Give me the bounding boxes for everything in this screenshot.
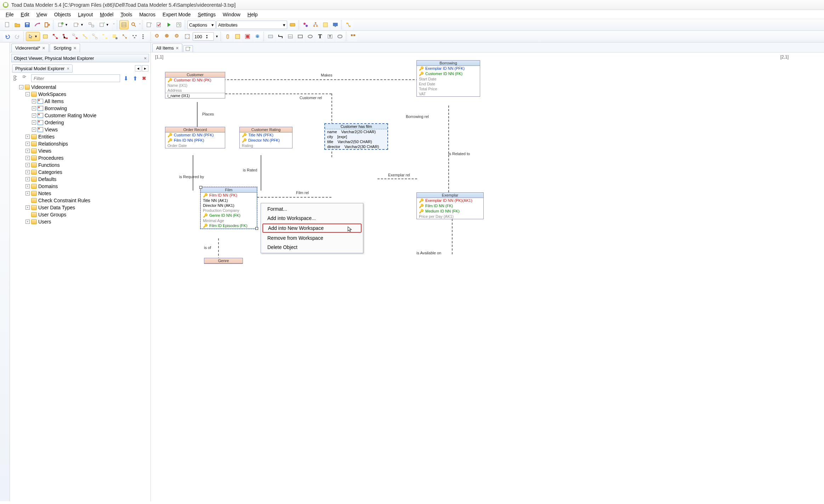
highlight-tool[interactable] — [243, 32, 252, 41]
ctx-delete-object[interactable]: Delete Object — [261, 243, 363, 252]
clear-icon[interactable]: ✖ — [141, 75, 148, 82]
tab-videorental[interactable]: Videorental*× — [11, 44, 49, 52]
hand-tool[interactable] — [223, 32, 232, 41]
v-icon-3[interactable] — [1, 64, 8, 72]
close-icon[interactable]: × — [42, 45, 45, 51]
save-button[interactable] — [23, 20, 32, 29]
menu-model[interactable]: Model — [96, 11, 117, 18]
zoom-input[interactable]: 100▲▼ — [193, 32, 214, 41]
entity-order-record[interactable]: Order Record 🔑Customer ID NN (PFK) 🔑Film… — [165, 127, 225, 148]
close-icon[interactable]: × — [176, 45, 179, 51]
fit-window-button[interactable] — [183, 32, 192, 41]
rel10-tool[interactable] — [140, 32, 149, 41]
refresh-button[interactable] — [174, 20, 183, 29]
menu-view[interactable]: View — [33, 11, 51, 18]
attributes-select[interactable]: Attributes▾ — [216, 21, 287, 29]
rel2-tool[interactable] — [61, 32, 70, 41]
entity-film[interactable]: Film 🔑Film ID NN (PK) Title NN (AK1) Dir… — [200, 187, 257, 229]
exit-button[interactable] — [42, 20, 52, 29]
diagram-icon[interactable] — [344, 20, 353, 29]
menu-expert-mode[interactable]: Expert Mode — [159, 11, 194, 18]
canvas-tab-all-items[interactable]: All Items× — [152, 44, 182, 52]
model-icon[interactable] — [301, 20, 310, 29]
ctx-remove-workspace[interactable]: Remove from Workspace — [261, 233, 363, 243]
rel6-tool[interactable] — [100, 32, 109, 41]
captions-select[interactable]: Captions▾ — [187, 21, 216, 29]
tab-physical-model-explorer[interactable]: Physical Model Explorer× — [12, 64, 73, 73]
zoom-in-button[interactable] — [173, 32, 182, 41]
zoom-fit-button[interactable] — [163, 32, 172, 41]
entity-borrowing[interactable]: Borrowing 🔑Exemplar ID NN (PFK) 🔑Custome… — [416, 60, 480, 97]
arrow-up-icon[interactable]: ⬆ — [131, 75, 138, 82]
text-tool[interactable]: T — [316, 32, 325, 41]
layers-tool[interactable] — [253, 32, 262, 41]
tree-collapse-icon[interactable] — [22, 75, 29, 82]
rel4-tool[interactable] — [80, 32, 90, 41]
ellipse-tool[interactable] — [306, 32, 315, 41]
tree-icon[interactable] — [311, 20, 320, 29]
redo-button[interactable] — [13, 32, 22, 41]
pointer-button[interactable]: ▼ — [26, 32, 40, 41]
rect-tool[interactable] — [296, 32, 305, 41]
diagram-canvas[interactable]: [1,1] [2,1] Makes Customer rel Places is… — [151, 52, 824, 501]
menu-settings[interactable]: Settings — [194, 11, 219, 18]
v-icon-1[interactable] — [1, 45, 8, 52]
entity-genre[interactable]: Genre — [204, 258, 243, 264]
select-area-tool[interactable] — [233, 32, 242, 41]
rel5-tool[interactable] — [90, 32, 100, 41]
rel7-tool[interactable] — [110, 32, 119, 41]
keyboard-button[interactable] — [288, 20, 297, 29]
add-tab-button[interactable]: + — [183, 45, 193, 52]
menu-help[interactable]: Help — [244, 11, 261, 18]
menu-objects[interactable]: Objects — [51, 11, 74, 18]
run-button[interactable] — [164, 20, 174, 29]
connection-button[interactable] — [33, 20, 42, 29]
stamp-tool[interactable] — [266, 32, 275, 41]
image-tool[interactable]: IMG — [286, 32, 295, 41]
rel3-tool[interactable] — [70, 32, 80, 41]
textbox-tool[interactable]: T — [325, 32, 335, 41]
zoom-out-button[interactable] — [153, 32, 162, 41]
export-button[interactable]: ▼ — [71, 20, 86, 29]
menu-edit[interactable]: Edit — [17, 11, 33, 18]
open-button[interactable] — [13, 20, 22, 29]
ctx-add-workspace[interactable]: Add into Workspace... — [261, 214, 363, 223]
rel9-tool[interactable] — [130, 32, 139, 41]
monitor-icon[interactable] — [331, 20, 340, 29]
tab-scripting[interactable]: Scripting× — [50, 44, 80, 52]
undo-button[interactable] — [3, 32, 12, 41]
v-icon-2[interactable] — [1, 55, 8, 62]
tree-expand-icon[interactable] — [13, 75, 20, 82]
new-button[interactable] — [3, 20, 12, 29]
menu-file[interactable]: File — [2, 11, 17, 18]
menu-tools[interactable]: Tools — [117, 11, 136, 18]
rounded-tool[interactable] — [335, 32, 345, 41]
menu-layout[interactable]: Layout — [74, 11, 96, 18]
connector-tool[interactable] — [276, 32, 285, 41]
entity-tool[interactable] — [41, 32, 50, 41]
add-entity-button[interactable]: +▼ — [56, 20, 70, 29]
close-icon[interactable]: × — [67, 66, 69, 71]
entity-customer[interactable]: Customer 🔑Customer ID NN (PK) Name (IX1)… — [165, 72, 225, 98]
sync-button[interactable] — [87, 20, 96, 29]
add-box-button[interactable]: +▼ — [97, 20, 112, 29]
rel1-tool[interactable] — [51, 32, 60, 41]
prev-button[interactable]: ◂ — [135, 65, 141, 72]
grid-button[interactable] — [119, 20, 129, 29]
view-customer-has-film[interactable]: Customer has film nameVarchar2(20 CHAR) … — [324, 123, 388, 150]
close-icon[interactable]: × — [144, 56, 147, 61]
note-icon[interactable] — [321, 20, 330, 29]
extra-tool[interactable] — [348, 32, 358, 41]
rel8-tool[interactable] — [120, 32, 129, 41]
find-button[interactable] — [129, 20, 138, 29]
add-item-button[interactable]: + — [144, 20, 154, 29]
next-button[interactable]: ▸ — [142, 65, 148, 72]
model-tree[interactable]: −Videorental −WorkSpaces +All Items +Bor… — [13, 84, 148, 501]
entity-customer-rating[interactable]: Customer Rating 🔑Title NN (PFK) 🔑Directo… — [239, 127, 292, 148]
menu-macros[interactable]: Macros — [136, 11, 159, 18]
check-button[interactable] — [154, 20, 164, 29]
arrow-down-icon[interactable]: ⬇ — [122, 75, 129, 82]
menu-window[interactable]: Window — [219, 11, 244, 18]
entity-exemplar[interactable]: Exemplar 🔑Exemplar ID NN (PK)(AK1) 🔑Film… — [416, 192, 484, 219]
ctx-format[interactable]: Format... — [261, 204, 363, 214]
